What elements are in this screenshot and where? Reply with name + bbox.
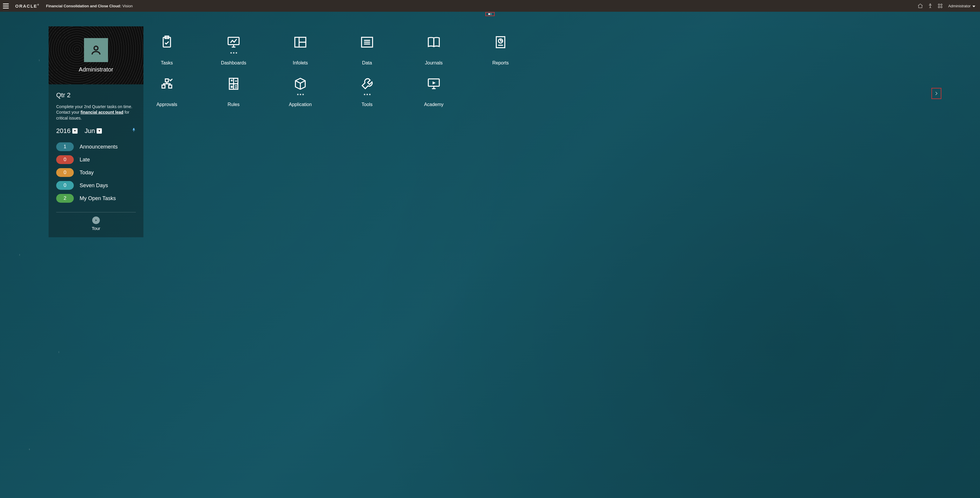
count-row-seven-days[interactable]: 0Seven Days bbox=[56, 181, 136, 190]
play-monitor-icon bbox=[426, 76, 442, 92]
count-row-announcements[interactable]: 1Announcements bbox=[56, 142, 136, 151]
pie-doc-icon bbox=[492, 34, 509, 50]
nav-card-data[interactable]: Data bbox=[347, 34, 388, 65]
nav-card-label: Approvals bbox=[156, 102, 177, 107]
nav-card-rules[interactable]: Rules bbox=[213, 76, 254, 107]
nav-card-label: Data bbox=[362, 60, 372, 65]
nav-card-label: Infolets bbox=[293, 60, 308, 65]
navigator-icon[interactable] bbox=[935, 1, 945, 11]
menu-button[interactable] bbox=[3, 2, 11, 10]
home-icon[interactable] bbox=[915, 1, 925, 11]
next-page-button[interactable] bbox=[931, 88, 941, 99]
submenu-dots bbox=[231, 52, 237, 54]
nav-card-tasks[interactable]: Tasks bbox=[146, 34, 187, 65]
year-selector[interactable]: 2016 ▼ bbox=[56, 126, 78, 136]
chart-monitor-icon bbox=[225, 34, 242, 50]
financial-lead-link[interactable]: financial account lead bbox=[81, 110, 123, 115]
chevron-down-icon: ▼ bbox=[97, 128, 102, 134]
calculator-icon bbox=[225, 76, 242, 92]
user-avatar bbox=[84, 38, 108, 62]
svg-point-2 bbox=[941, 4, 942, 5]
nav-card-label: Tools bbox=[361, 102, 372, 107]
page-indicator bbox=[0, 12, 980, 16]
accessibility-icon[interactable] bbox=[925, 1, 935, 11]
list-lines-icon bbox=[359, 34, 375, 50]
count-row-my-open-tasks[interactable]: 2My Open Tasks bbox=[56, 194, 136, 203]
org-check-icon bbox=[159, 76, 175, 92]
month-selector[interactable]: Jun ▼ bbox=[84, 126, 102, 136]
welcome-panel-header: Administrator bbox=[49, 26, 143, 85]
layout-panel-icon bbox=[292, 34, 309, 50]
tour-button[interactable] bbox=[92, 217, 100, 224]
nav-card-reports[interactable]: Reports bbox=[480, 34, 521, 65]
nav-card-application[interactable]: Application bbox=[280, 76, 321, 107]
count-badge: 0 bbox=[56, 155, 74, 164]
global-header: ORACLE® Financial Consolidation and Clos… bbox=[0, 0, 980, 12]
submenu-dots bbox=[297, 94, 304, 96]
nav-card-label: Journals bbox=[425, 60, 442, 65]
caret-down-icon bbox=[972, 4, 975, 8]
count-label: My Open Tasks bbox=[80, 195, 116, 202]
nav-card-label: Tasks bbox=[161, 60, 173, 65]
svg-point-0 bbox=[930, 4, 931, 5]
count-label: Today bbox=[80, 169, 94, 176]
count-row-today[interactable]: 0Today bbox=[56, 168, 136, 177]
nav-card-tools[interactable]: Tools bbox=[347, 76, 388, 107]
svg-point-5 bbox=[94, 46, 98, 50]
page-indicator-highlight[interactable] bbox=[485, 12, 495, 16]
quarter-description: Complete your 2nd Quarter tasks on time.… bbox=[56, 104, 136, 121]
product-title: Financial Consolidation and Close Cloud:… bbox=[46, 4, 133, 8]
wrench-icon bbox=[359, 76, 375, 92]
user-menu[interactable]: Administrator bbox=[948, 4, 975, 8]
welcome-username: Administrator bbox=[79, 66, 113, 73]
springboard: TasksDashboardsInfoletsDataJournalsRepor… bbox=[143, 26, 980, 498]
cube-icon bbox=[292, 76, 309, 92]
count-badge: 0 bbox=[56, 181, 74, 190]
count-row-late[interactable]: 0Late bbox=[56, 155, 136, 164]
svg-point-3 bbox=[939, 6, 940, 8]
brand-logo: ORACLE® bbox=[15, 3, 40, 8]
clipboard-check-icon bbox=[159, 34, 175, 50]
count-badge: 1 bbox=[56, 142, 74, 151]
count-label: Late bbox=[80, 156, 90, 163]
nav-card-infolets[interactable]: Infolets bbox=[280, 34, 321, 65]
welcome-panel: Administrator Qtr 2 Complete your 2nd Qu… bbox=[49, 26, 143, 237]
nav-card-label: Rules bbox=[228, 102, 240, 107]
count-badge: 2 bbox=[56, 194, 74, 203]
open-book-icon bbox=[426, 34, 442, 50]
count-label: Announcements bbox=[80, 143, 118, 150]
submenu-dots bbox=[364, 94, 371, 96]
chevron-down-icon: ▼ bbox=[72, 128, 78, 134]
user-menu-label: Administrator bbox=[948, 4, 970, 8]
page-dot-2[interactable] bbox=[490, 13, 492, 15]
nav-card-label: Application bbox=[289, 102, 312, 107]
nav-card-journals[interactable]: Journals bbox=[413, 34, 454, 65]
svg-point-4 bbox=[941, 6, 942, 8]
nav-card-label: Reports bbox=[492, 60, 509, 65]
count-label: Seven Days bbox=[80, 182, 108, 189]
quarter-title: Qtr 2 bbox=[56, 91, 136, 100]
nav-card-dashboards[interactable]: Dashboards bbox=[213, 34, 254, 65]
count-badge: 0 bbox=[56, 168, 74, 177]
tour-label: Tour bbox=[92, 226, 100, 231]
nav-card-approvals[interactable]: Approvals bbox=[146, 76, 187, 107]
nav-card-label: Dashboards bbox=[221, 60, 246, 65]
nav-card-academy[interactable]: Academy bbox=[413, 76, 454, 107]
pin-icon[interactable] bbox=[132, 128, 136, 134]
svg-point-1 bbox=[939, 4, 940, 5]
nav-card-label: Academy bbox=[424, 102, 444, 107]
